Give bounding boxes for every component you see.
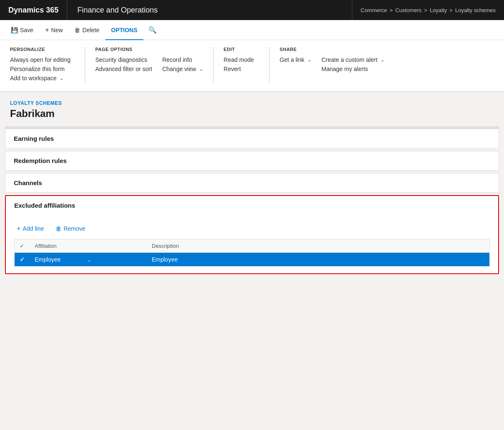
page-options-col1: Security diagnostics Advanced filter or … xyxy=(95,55,152,74)
top-nav: Dynamics 365 Finance and Operations Comm… xyxy=(0,0,504,20)
options-tab[interactable]: OPTIONS xyxy=(105,20,143,40)
personalize-title: PERSONALIZE xyxy=(10,47,75,52)
read-mode[interactable]: Read mode xyxy=(224,55,259,64)
channels-header[interactable]: Channels xyxy=(5,173,499,192)
row-check[interactable]: ✓ xyxy=(15,253,30,267)
personalize-form[interactable]: Personalize this form xyxy=(10,64,75,74)
toolbar: 💾 Save + New 🗑 Delete OPTIONS 🔍 xyxy=(0,20,504,40)
get-a-link[interactable]: Get a link ⌄ xyxy=(280,55,311,64)
chevron-down-icon: ⌄ xyxy=(308,57,311,63)
add-line-button[interactable]: + Add line xyxy=(14,223,46,234)
check-column-header: ✓ xyxy=(15,239,30,253)
page-label: LOYALTY SCHEMES xyxy=(10,100,494,106)
page-options-title: PAGE OPTIONS xyxy=(95,47,203,52)
chevron-down-icon: ⌄ xyxy=(87,257,91,263)
revert[interactable]: Revert xyxy=(224,64,259,74)
affiliations-table: ✓ Affiliation Description ✓ xyxy=(14,239,490,267)
personalize-section: PERSONALIZE Always open for editing Pers… xyxy=(10,47,85,83)
record-info[interactable]: Record info xyxy=(162,55,203,64)
excluded-affiliations-section: Excluded affiliations + Add line 🗑 Remov… xyxy=(5,195,499,274)
remove-button[interactable]: 🗑 Remove xyxy=(53,224,88,234)
share-col1: Get a link ⌄ xyxy=(280,55,311,74)
share-col2: Create a custom alert ⌄ Manage my alerts xyxy=(321,55,384,74)
affiliation-column-header: Affiliation xyxy=(30,239,147,253)
earning-rules-section: Earning rules xyxy=(5,129,499,148)
description-cell: Employee xyxy=(147,253,490,267)
page-header: LOYALTY SCHEMES Fabrikam xyxy=(0,92,504,126)
redemption-rules-section: Redemption rules xyxy=(5,151,499,170)
add-to-workspace[interactable]: Add to workspace ⌄ xyxy=(10,74,75,83)
redemption-rules-header[interactable]: Redemption rules xyxy=(5,151,499,170)
brand-label: Dynamics 365 xyxy=(8,6,59,15)
share-cols: Get a link ⌄ Create a custom alert ⌄ Man… xyxy=(280,55,395,74)
delete-button[interactable]: 🗑 Delete xyxy=(69,20,105,40)
new-button[interactable]: + New xyxy=(39,20,69,40)
options-panel: PERSONALIZE Always open for editing Pers… xyxy=(0,40,504,92)
excluded-affiliations-body: + Add line 🗑 Remove ✓ Affiliation xyxy=(6,215,498,273)
advanced-filter-sort[interactable]: Advanced filter or sort xyxy=(95,64,152,74)
trash-icon: 🗑 xyxy=(56,225,61,232)
save-icon: 💾 xyxy=(11,27,18,33)
table-row[interactable]: ✓ Employee ⌄ Employee xyxy=(15,253,490,267)
search-button[interactable]: 🔍 xyxy=(143,23,162,37)
table-header-row: ✓ Affiliation Description xyxy=(15,239,490,253)
share-title: SHARE xyxy=(280,47,395,52)
earning-rules-header[interactable]: Earning rules xyxy=(5,129,499,148)
table-toolbar: + Add line 🗑 Remove xyxy=(14,220,490,239)
manage-my-alerts[interactable]: Manage my alerts xyxy=(321,64,384,74)
chevron-down-icon: ⌄ xyxy=(381,57,384,63)
channels-section: Channels xyxy=(5,173,499,193)
checkmark-icon: ✓ xyxy=(20,243,24,249)
delete-icon: 🗑 xyxy=(74,27,80,33)
page-options-cols: Security diagnostics Advanced filter or … xyxy=(95,55,203,74)
selected-check-icon: ✓ xyxy=(20,256,25,263)
excluded-affiliations-header: Excluded affiliations xyxy=(6,196,498,215)
main-content: LOYALTY SCHEMES Fabrikam Earning rules R… xyxy=(0,92,504,274)
search-icon: 🔍 xyxy=(148,26,157,34)
edit-title: EDIT xyxy=(224,47,259,52)
brand-logo[interactable]: Dynamics 365 xyxy=(0,0,67,20)
share-section: SHARE Get a link ⌄ Create a custom alert… xyxy=(280,47,405,83)
breadcrumb: Commerce > Customers > Loyalty > Loyalty… xyxy=(352,0,504,20)
page-options-section: PAGE OPTIONS Security diagnostics Advanc… xyxy=(95,47,214,83)
change-view[interactable]: Change view ⌄ xyxy=(162,64,203,74)
module-name: Finance and Operations xyxy=(67,0,352,20)
page-options-col2: Record info Change view ⌄ xyxy=(162,55,203,74)
save-button[interactable]: 💾 Save xyxy=(5,20,39,40)
chevron-down-icon: ⌄ xyxy=(60,76,64,81)
edit-section: EDIT Read mode Revert xyxy=(224,47,270,83)
security-diagnostics[interactable]: Security diagnostics xyxy=(95,55,152,64)
create-custom-alert[interactable]: Create a custom alert ⌄ xyxy=(321,55,384,64)
plus-icon: + xyxy=(45,26,49,34)
affiliation-cell[interactable]: Employee ⌄ xyxy=(30,253,147,267)
description-column-header: Description xyxy=(147,239,490,253)
plus-icon: + xyxy=(17,225,20,232)
chevron-down-icon: ⌄ xyxy=(199,66,203,72)
page-title: Fabrikam xyxy=(10,108,494,120)
always-open-editing[interactable]: Always open for editing xyxy=(10,55,75,64)
